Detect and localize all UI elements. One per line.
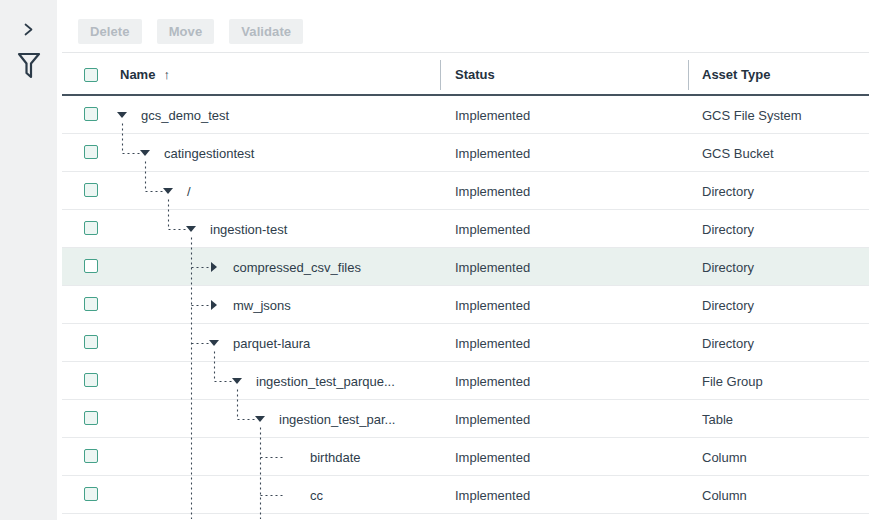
status-cell: Implemented (455, 335, 530, 350)
asset-name[interactable]: cc (310, 487, 323, 502)
row-checkbox[interactable] (84, 449, 98, 463)
asset-name[interactable]: / (187, 183, 191, 198)
table-row[interactable]: /ImplementedDirectory (62, 172, 869, 210)
expand-node-icon[interactable] (211, 300, 217, 310)
content-area: Delete Move Validate Name↑ Status Asset … (62, 0, 869, 520)
row-checkbox[interactable] (84, 411, 98, 425)
asset-type-cell: File Group (702, 373, 763, 388)
status-cell: Implemented (455, 373, 530, 388)
asset-table: Name↑ Status Asset Type gcs_demo_testImp… (62, 52, 869, 519)
row-checkbox[interactable] (84, 183, 98, 197)
table-row[interactable]: ingestion_test_par...ImplementedTable (62, 400, 869, 438)
collapse-node-icon[interactable] (140, 150, 150, 156)
column-divider (688, 60, 689, 90)
asset-type-cell: Directory (702, 259, 754, 274)
name-column-label: Name (120, 66, 155, 81)
asset-name[interactable]: parquet-laura (233, 335, 310, 350)
asset-name[interactable]: ingestion_test_par... (279, 411, 395, 426)
asset-name[interactable]: gcs_demo_test (141, 107, 229, 122)
status-cell: Implemented (455, 449, 530, 464)
row-checkbox[interactable] (84, 145, 98, 159)
asset-type-cell: Directory (702, 183, 754, 198)
asset-name[interactable]: ingestion_test_parque... (256, 373, 395, 388)
row-checkbox[interactable] (84, 297, 98, 311)
collapse-node-icon[interactable] (163, 188, 173, 194)
filter-button[interactable] (0, 52, 57, 84)
status-cell: Implemented (455, 411, 530, 426)
table-row[interactable]: catingestiontestImplementedGCS Bucket (62, 134, 869, 172)
status-column-header[interactable]: Status (455, 66, 495, 81)
collapse-node-icon[interactable] (232, 378, 242, 384)
collapse-node-icon[interactable] (117, 112, 127, 118)
row-checkbox[interactable] (84, 221, 98, 235)
status-cell: Implemented (455, 221, 530, 236)
select-all-checkbox[interactable] (84, 68, 98, 82)
table-header: Name↑ Status Asset Type (62, 52, 869, 96)
table-row[interactable]: birthdateImplementedColumn (62, 438, 869, 476)
table-row[interactable]: compressed_csv_filesImplementedDirectory (62, 248, 869, 286)
asset-type-cell: Directory (702, 297, 754, 312)
asset-name[interactable]: compressed_csv_files (233, 259, 361, 274)
toolbar: Delete Move Validate (78, 19, 303, 44)
sort-ascending-icon: ↑ (163, 66, 170, 81)
validate-button[interactable]: Validate (229, 19, 303, 44)
status-cell: Implemented (455, 107, 530, 122)
table-row[interactable]: parquet-lauraImplementedDirectory (62, 324, 869, 362)
row-checkbox[interactable] (84, 107, 98, 121)
status-cell: Implemented (455, 145, 530, 160)
name-column-header[interactable]: Name↑ (120, 66, 170, 81)
left-sidebar (0, 0, 57, 520)
asset-type-cell: GCS File System (702, 107, 802, 122)
row-checkbox[interactable] (84, 335, 98, 349)
move-button[interactable]: Move (157, 19, 215, 44)
table-row[interactable]: ingestion-testImplementedDirectory (62, 210, 869, 248)
funnel-icon (17, 52, 41, 84)
row-checkbox[interactable] (84, 487, 98, 501)
asset-name[interactable]: birthdate (310, 449, 361, 464)
column-divider (440, 60, 441, 90)
table-row[interactable]: gcs_demo_testImplementedGCS File System (62, 96, 869, 134)
status-cell: Implemented (455, 297, 530, 312)
status-cell: Implemented (455, 487, 530, 502)
collapse-node-icon[interactable] (186, 226, 196, 232)
table-body: gcs_demo_testImplementedGCS File Systemc… (62, 96, 869, 519)
status-cell: Implemented (455, 183, 530, 198)
chevron-right-icon (22, 22, 35, 40)
asset-type-cell: GCS Bucket (702, 145, 774, 160)
row-checkbox[interactable] (84, 259, 98, 273)
asset-type-cell: Directory (702, 335, 754, 350)
asset-type-cell: Column (702, 487, 747, 502)
row-checkbox[interactable] (84, 373, 98, 387)
expand-node-icon[interactable] (211, 262, 217, 272)
asset-name[interactable]: mw_jsons (233, 297, 291, 312)
asset-name[interactable]: catingestiontest (164, 145, 254, 160)
table-row[interactable]: ingestion_test_parque...ImplementedFile … (62, 362, 869, 400)
expand-panel-button[interactable] (0, 22, 57, 40)
asset-type-cell: Column (702, 449, 747, 464)
delete-button[interactable]: Delete (78, 19, 142, 44)
table-row[interactable]: ccImplementedColumn (62, 476, 869, 514)
collapse-node-icon[interactable] (255, 416, 265, 422)
asset-type-cell: Table (702, 411, 733, 426)
asset-type-column-header[interactable]: Asset Type (702, 66, 770, 81)
table-row[interactable]: mw_jsonsImplementedDirectory (62, 286, 869, 324)
asset-name[interactable]: ingestion-test (210, 221, 287, 236)
collapse-node-icon[interactable] (209, 340, 219, 346)
status-cell: Implemented (455, 259, 530, 274)
asset-type-cell: Directory (702, 221, 754, 236)
